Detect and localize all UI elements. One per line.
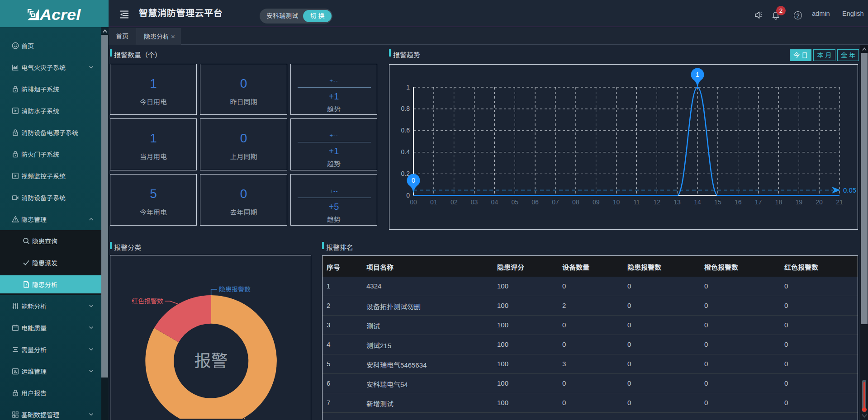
svg-text:05: 05 [512, 198, 519, 206]
svg-text:隐患报警数: 隐患报警数 [219, 286, 251, 293]
svg-text:12: 12 [654, 198, 661, 206]
svg-text:09: 09 [593, 198, 600, 206]
svg-text:07: 07 [552, 198, 559, 206]
svg-text:14: 14 [694, 198, 701, 206]
svg-text:0.8: 0.8 [401, 105, 410, 112]
svg-text:13: 13 [674, 198, 681, 206]
svg-text:21: 21 [836, 198, 843, 206]
svg-text:00: 00 [410, 198, 417, 206]
svg-text:1: 1 [696, 71, 699, 78]
svg-text:0.4: 0.4 [401, 148, 410, 156]
svg-text:01: 01 [430, 198, 437, 206]
svg-text:1: 1 [406, 84, 410, 91]
svg-text:0: 0 [406, 192, 410, 199]
svg-text:18: 18 [775, 198, 783, 206]
svg-text:0.6: 0.6 [401, 127, 410, 134]
svg-text:报警: 报警 [194, 352, 228, 370]
svg-text:20: 20 [816, 198, 823, 206]
svg-text:10: 10 [613, 198, 620, 206]
svg-text:19: 19 [796, 198, 803, 206]
svg-text:08: 08 [572, 198, 579, 206]
svg-text:0.05: 0.05 [843, 186, 856, 194]
svg-text:04: 04 [491, 198, 498, 206]
svg-text:15: 15 [714, 198, 721, 206]
svg-text:17: 17 [755, 198, 762, 206]
svg-text:06: 06 [531, 198, 539, 206]
svg-text:03: 03 [471, 198, 478, 206]
svg-text:红色报警数: 红色报警数 [132, 297, 163, 305]
svg-text:02: 02 [451, 198, 458, 206]
svg-text:0: 0 [412, 176, 415, 184]
svg-text:16: 16 [735, 198, 742, 206]
svg-text:11: 11 [633, 198, 640, 206]
